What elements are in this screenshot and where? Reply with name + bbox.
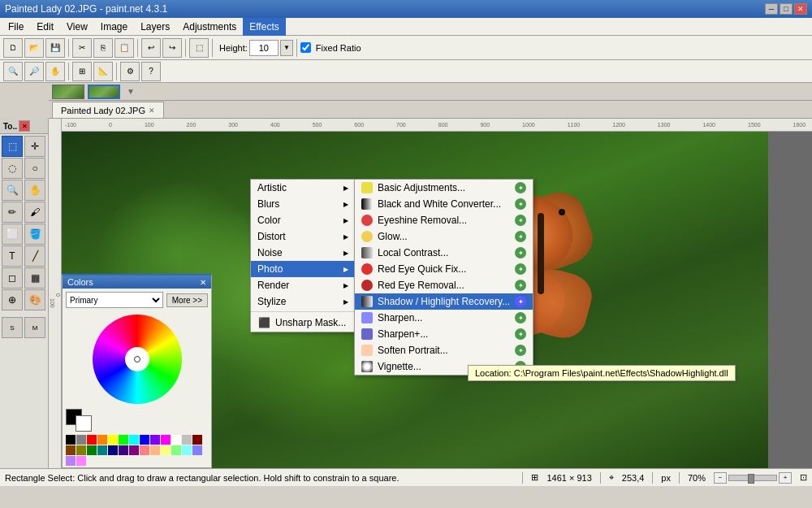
photo-soften[interactable]: Soften Portrait... ✦: [355, 342, 533, 358]
photo-shadow-highlight[interactable]: Shadow / Highlight Recovery... ✦: [355, 293, 533, 310]
palette-swatch-11[interactable]: [182, 435, 192, 445]
menu-artistic[interactable]: Artistic ▶: [251, 180, 355, 196]
tool-lasso[interactable]: ◌: [2, 158, 23, 179]
palette-swatch-3[interactable]: [97, 435, 107, 445]
close-button[interactable]: ✕: [794, 3, 807, 15]
menu-adjustments[interactable]: Adjustments: [176, 18, 243, 36]
palette-swatch-25[interactable]: [192, 445, 202, 455]
palette-swatch-2[interactable]: [87, 435, 97, 445]
tool-zoom[interactable]: 🔍: [2, 180, 23, 201]
tool-brush[interactable]: 🖌: [24, 202, 45, 223]
menu-blurs[interactable]: Blurs ▶: [251, 196, 355, 212]
tool-select-rect[interactable]: ⬚: [2, 136, 23, 157]
palette-swatch-16[interactable]: [97, 445, 107, 455]
menu-stylize[interactable]: Stylize ▶: [251, 293, 355, 310]
palette-swatch-1[interactable]: [76, 435, 86, 445]
zoom-out-status-btn[interactable]: −: [714, 472, 727, 484]
palette-swatch-13[interactable]: [66, 445, 76, 455]
palette-swatch-27[interactable]: [76, 456, 86, 466]
palette-swatch-20[interactable]: [140, 445, 149, 455]
palette-swatch-22[interactable]: [161, 445, 171, 455]
palette-swatch-14[interactable]: [76, 445, 86, 455]
photo-local-contrast[interactable]: Local Contrast... ✦: [355, 245, 533, 261]
palette-swatch-4[interactable]: [108, 435, 118, 445]
palette-swatch-21[interactable]: [150, 445, 160, 455]
settings-btn[interactable]: ⚙: [120, 62, 140, 81]
menu-render[interactable]: Render ▶: [251, 277, 355, 293]
tool-pan[interactable]: ✋: [24, 180, 45, 201]
rulers-btn[interactable]: 📐: [93, 62, 113, 81]
palette-swatch-24[interactable]: [182, 445, 192, 455]
tool-recolor[interactable]: 🎨: [24, 289, 45, 310]
palette-swatch-19[interactable]: [129, 445, 139, 455]
paste-btn[interactable]: 📋: [114, 38, 134, 58]
palette-swatch-7[interactable]: [140, 435, 149, 445]
photo-bw[interactable]: Black and White Converter... ✦: [355, 196, 533, 212]
thumb-arrow[interactable]: ▼: [127, 87, 135, 96]
menu-file[interactable]: File: [2, 18, 30, 36]
tool-eraser[interactable]: ⬜: [2, 224, 23, 245]
menu-unsharp[interactable]: ⬛ Unsharp Mask...: [251, 314, 355, 332]
photo-sharpen-plus[interactable]: Sharpen+... ✦: [355, 326, 533, 342]
tool-clone[interactable]: ⊕: [2, 289, 23, 310]
menu-distort[interactable]: Distort ▶: [251, 228, 355, 245]
palette-swatch-10[interactable]: [171, 435, 181, 445]
zoom-in-status-btn[interactable]: +: [779, 472, 792, 484]
copy-btn[interactable]: ⎘: [93, 38, 113, 58]
new-btn[interactable]: 🗋: [3, 38, 23, 58]
palette-swatch-6[interactable]: [129, 435, 139, 445]
redo-btn[interactable]: ↪: [162, 38, 182, 58]
pan-btn[interactable]: ✋: [45, 62, 65, 81]
palette-swatch-26[interactable]: [66, 456, 76, 466]
menu-layers[interactable]: Layers: [134, 18, 176, 36]
menu-photo[interactable]: Photo ▶: [251, 261, 355, 277]
bg-swatch[interactable]: [76, 415, 92, 432]
tool-line[interactable]: ╱: [24, 245, 45, 267]
tab-close-btn[interactable]: ✕: [149, 106, 155, 115]
tool-ellipse[interactable]: ○: [24, 158, 45, 179]
menu-edit[interactable]: Edit: [30, 18, 60, 36]
color-mode-select[interactable]: Primary Secondary: [66, 292, 163, 308]
colors-close-btn[interactable]: ✕: [200, 278, 206, 287]
tool-shapes[interactable]: ◻: [2, 267, 23, 289]
zoom-out-btn[interactable]: 🔍: [3, 62, 23, 81]
palette-swatch-5[interactable]: [119, 435, 128, 445]
tool-pencil[interactable]: ✏: [2, 202, 23, 223]
fit-icon[interactable]: ⊡: [800, 472, 807, 483]
photo-eyeshine[interactable]: Eyeshine Removal... ✦: [355, 212, 533, 228]
photo-glow[interactable]: Glow... ✦: [355, 228, 533, 245]
palette-swatch-17[interactable]: [108, 445, 118, 455]
deselect-btn[interactable]: ⬚: [189, 38, 209, 58]
menu-noise[interactable]: Noise ▶: [251, 245, 355, 261]
image-tab[interactable]: Painted Lady 02.JPG ✕: [52, 102, 164, 118]
color-wheel[interactable]: [93, 315, 182, 404]
cut-btn[interactable]: ✂: [72, 38, 92, 58]
tool-gradient[interactable]: ▦: [24, 267, 45, 289]
height-dropdown[interactable]: ▼: [280, 40, 293, 56]
save-btn[interactable]: 💾: [45, 38, 65, 58]
photo-redeye-removal[interactable]: Red Eye Removal... ✦: [355, 277, 533, 293]
undo-btn[interactable]: ↩: [141, 38, 161, 58]
zoom-slider-thumb[interactable]: [748, 474, 754, 484]
thumbnail-1[interactable]: [52, 85, 84, 99]
brush-size-small[interactable]: S: [2, 317, 23, 338]
palette-swatch-8[interactable]: [150, 435, 160, 445]
tool-close[interactable]: ✕: [19, 120, 30, 132]
tool-select-move[interactable]: ✛: [24, 136, 45, 157]
help-btn[interactable]: ?: [141, 62, 161, 81]
menu-view[interactable]: View: [60, 18, 94, 36]
photo-redeye-quick[interactable]: Red Eye Quick Fix... ✦: [355, 261, 533, 277]
more-colors-btn[interactable]: More >>: [166, 293, 208, 307]
minimize-button[interactable]: ─: [765, 3, 778, 15]
zoom-slider[interactable]: [728, 475, 777, 481]
height-input[interactable]: [249, 40, 279, 56]
grid-btn[interactable]: ⊞: [72, 62, 92, 81]
menu-color[interactable]: Color ▶: [251, 212, 355, 228]
palette-swatch-0[interactable]: [66, 435, 76, 445]
maximize-button[interactable]: □: [780, 3, 793, 15]
menu-image[interactable]: Image: [94, 18, 134, 36]
tool-fill[interactable]: 🪣: [24, 224, 45, 245]
palette-swatch-18[interactable]: [119, 445, 128, 455]
palette-swatch-9[interactable]: [161, 435, 171, 445]
brush-size-medium[interactable]: M: [24, 317, 45, 338]
